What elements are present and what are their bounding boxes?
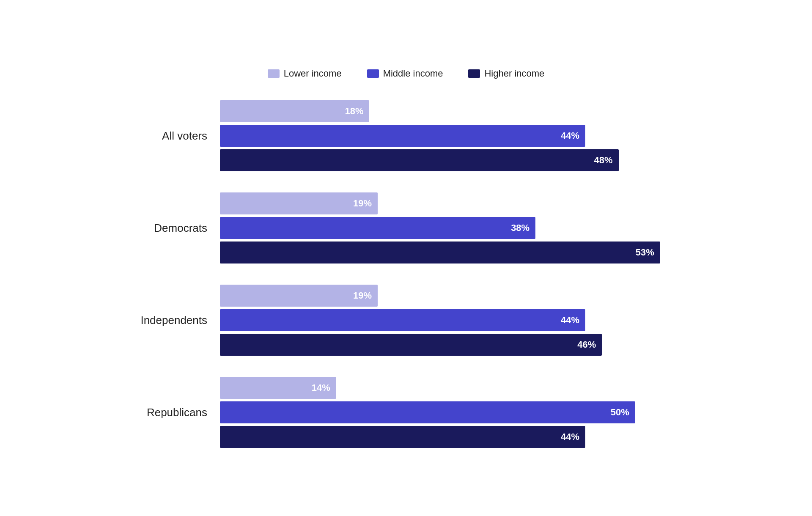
bar-row-1-2: 53%: [220, 242, 677, 263]
bar-lower-3: 14%: [220, 377, 336, 399]
bar-middle-0: 44%: [220, 125, 585, 147]
legend-swatch-lower: [268, 69, 280, 78]
bar-row-1-0: 19%: [220, 192, 677, 214]
groups: All voters18%44%48%Democrats19%38%53%Ind…: [135, 100, 677, 448]
bar-row-3-1: 50%: [220, 401, 677, 423]
bar-label-3-2: 44%: [561, 431, 579, 442]
bar-lower-2: 19%: [220, 285, 378, 307]
group-independents: Independents19%44%46%: [135, 285, 677, 356]
bars-3: 14%50%44%: [220, 377, 677, 448]
bar-higher-0: 48%: [220, 149, 619, 171]
legend-item-lower: Lower income: [268, 68, 342, 79]
bar-row-2-2: 46%: [220, 334, 677, 356]
bar-row-0-2: 48%: [220, 149, 677, 171]
legend-label-higher: Higher income: [484, 68, 544, 79]
bar-lower-1: 19%: [220, 192, 378, 214]
bar-row-0-1: 44%: [220, 125, 677, 147]
bar-row-1-1: 38%: [220, 217, 677, 239]
bar-row-2-0: 19%: [220, 285, 677, 307]
bar-label-0-2: 48%: [594, 155, 612, 166]
bar-label-1-0: 19%: [353, 198, 372, 209]
bar-middle-1: 38%: [220, 217, 535, 239]
bar-label-3-1: 50%: [611, 407, 629, 418]
group-label-2: Independents: [135, 314, 220, 327]
legend-item-middle: Middle income: [367, 68, 443, 79]
bars-1: 19%38%53%: [220, 192, 677, 263]
group-republicans: Republicans14%50%44%: [135, 377, 677, 448]
group-label-0: All voters: [135, 129, 220, 143]
bars-0: 18%44%48%: [220, 100, 677, 171]
legend-swatch-higher: [468, 69, 480, 78]
bar-row-0-0: 18%: [220, 100, 677, 122]
legend-label-middle: Middle income: [383, 68, 443, 79]
bar-label-3-0: 14%: [312, 382, 330, 393]
bar-label-2-2: 46%: [577, 339, 596, 350]
group-all-voters: All voters18%44%48%: [135, 100, 677, 171]
chart-container: Lower income Middle income Higher income…: [110, 51, 702, 465]
bar-label-0-1: 44%: [561, 130, 579, 141]
bar-label-0-0: 18%: [345, 106, 363, 117]
group-label-3: Republicans: [135, 406, 220, 419]
bar-row-3-0: 14%: [220, 377, 677, 399]
bar-row-3-2: 44%: [220, 426, 677, 448]
bar-middle-2: 44%: [220, 309, 585, 331]
bar-higher-3: 44%: [220, 426, 585, 448]
bar-label-1-2: 53%: [636, 247, 654, 258]
bar-higher-1: 53%: [220, 242, 660, 263]
bar-label-2-0: 19%: [353, 290, 372, 301]
bar-higher-2: 46%: [220, 334, 602, 356]
bar-lower-0: 18%: [220, 100, 369, 122]
legend-item-higher: Higher income: [468, 68, 544, 79]
group-democrats: Democrats19%38%53%: [135, 192, 677, 263]
group-label-1: Democrats: [135, 222, 220, 235]
bar-row-2-1: 44%: [220, 309, 677, 331]
bar-label-2-1: 44%: [561, 315, 579, 326]
legend-swatch-middle: [367, 69, 379, 78]
bars-2: 19%44%46%: [220, 285, 677, 356]
legend-label-lower: Lower income: [284, 68, 342, 79]
bar-middle-3: 50%: [220, 401, 635, 423]
bar-label-1-1: 38%: [511, 222, 529, 233]
legend: Lower income Middle income Higher income: [135, 68, 677, 79]
